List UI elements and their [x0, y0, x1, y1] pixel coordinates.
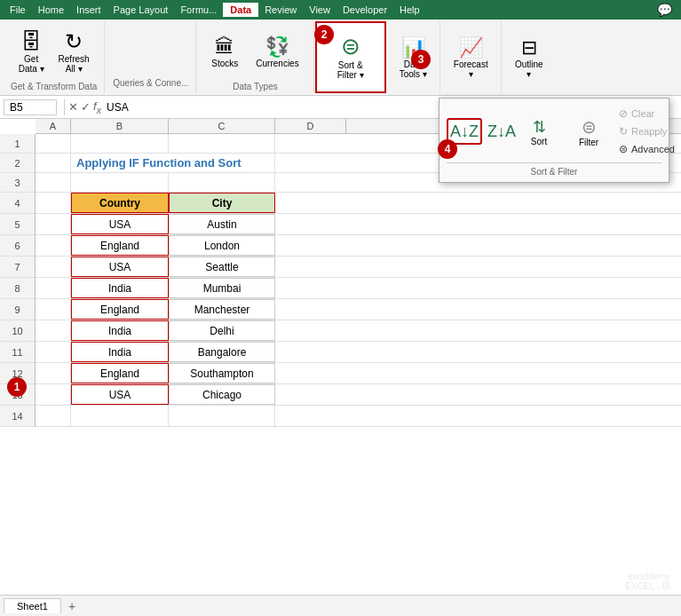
cell-d13[interactable]: [275, 384, 346, 405]
cell-d11[interactable]: [275, 342, 346, 362]
cell-c11[interactable]: Bangalore: [169, 342, 275, 362]
cell-b14[interactable]: [71, 406, 169, 426]
ribbon-group-outline: ⊟ Outline▾: [503, 21, 556, 93]
cell-a2[interactable]: [36, 154, 71, 172]
cell-country-header[interactable]: Country: [71, 193, 169, 213]
sheet-tab-sheet1[interactable]: Sheet1: [4, 598, 61, 613]
cancel-icon[interactable]: ✕: [68, 100, 78, 114]
filter-button[interactable]: ⊜ Filter: [571, 113, 606, 151]
menu-developer[interactable]: Developer: [337, 3, 393, 17]
cell-c13[interactable]: Chicago: [169, 384, 275, 405]
cell-a12[interactable]: [36, 363, 71, 383]
get-data-button[interactable]: 🗄 GetData ▾: [13, 26, 50, 77]
menu-file[interactable]: File: [4, 3, 32, 17]
table-row: USA Chicago: [36, 384, 681, 406]
cell-c3[interactable]: [169, 173, 275, 192]
col-header-d: D: [275, 119, 346, 133]
cell-d9[interactable]: [275, 299, 346, 320]
clear-icon: ⊘: [619, 107, 628, 120]
forecast-button[interactable]: 📈 Forecast▾: [448, 33, 494, 83]
menu-help[interactable]: Help: [393, 3, 426, 17]
cell-c6[interactable]: London: [169, 235, 275, 256]
table-row: [36, 406, 681, 427]
cell-b7[interactable]: USA: [71, 257, 169, 277]
cell-b2[interactable]: Applying IF Function and Sort: [71, 154, 275, 172]
menu-page-layout[interactable]: Page Layout: [107, 3, 175, 17]
sort-za-button[interactable]: Z↓A: [484, 120, 519, 143]
cell-b6[interactable]: England: [71, 235, 169, 256]
cell-d12[interactable]: [275, 363, 346, 383]
sort-az-icon: A↓Z: [450, 123, 479, 139]
cell-b9[interactable]: England: [71, 299, 169, 320]
stocks-button[interactable]: 🏛 Stocks: [204, 32, 245, 72]
row-num-9: 9: [0, 299, 35, 320]
cell-b3[interactable]: [71, 173, 169, 192]
menu-formulas[interactable]: Formu...: [174, 3, 223, 17]
clear-button[interactable]: ⊘ Clear: [614, 106, 680, 122]
forecast-label: Forecast▾: [454, 59, 488, 79]
cell-c14[interactable]: [169, 406, 275, 426]
confirm-icon[interactable]: ✓: [81, 100, 91, 114]
comments-icon[interactable]: 💬: [652, 3, 677, 17]
table-row: USA Seattle: [36, 257, 681, 278]
cell-a14[interactable]: [36, 406, 71, 426]
cell-city-header[interactable]: City: [169, 193, 275, 213]
cell-b5[interactable]: USA: [71, 214, 169, 234]
menu-home[interactable]: Home: [32, 3, 70, 17]
cell-c5[interactable]: Austin: [169, 214, 275, 234]
cell-c8[interactable]: Mumbai: [169, 278, 275, 298]
cell-a7[interactable]: [36, 257, 71, 277]
queries-label: Queries & Conne...: [113, 78, 188, 88]
cell-d5[interactable]: [275, 214, 346, 234]
cell-a10[interactable]: [36, 320, 71, 341]
cell-d1[interactable]: [275, 134, 346, 153]
cell-b10[interactable]: India: [71, 320, 169, 341]
refresh-all-button[interactable]: ↻ RefreshAll ▾: [53, 26, 95, 77]
cell-b8[interactable]: India: [71, 278, 169, 298]
cell-c7[interactable]: Seattle: [169, 257, 275, 277]
sort-filter-popup-label: Sort & Filter: [443, 165, 665, 178]
cell-a4[interactable]: [36, 193, 71, 213]
menu-review[interactable]: Review: [258, 3, 303, 17]
cell-a5[interactable]: [36, 214, 71, 234]
cell-b13[interactable]: USA: [71, 384, 169, 405]
menu-data[interactable]: Data: [223, 3, 258, 17]
cell-c12[interactable]: Southampton: [169, 363, 275, 383]
cell-d3[interactable]: [275, 173, 346, 192]
cell-c10[interactable]: Delhi: [169, 320, 275, 341]
sort-filter-icon: ⊜: [341, 33, 360, 60]
cell-c9[interactable]: Manchester: [169, 299, 275, 320]
cell-a9[interactable]: [36, 299, 71, 320]
outline-button[interactable]: ⊟ Outline▾: [510, 33, 549, 83]
advanced-button[interactable]: ⊜ Advanced: [614, 141, 680, 157]
sort-button[interactable]: ⇅ Sort: [521, 114, 557, 150]
menu-insert[interactable]: Insert: [70, 3, 107, 17]
cell-reference[interactable]: [4, 99, 57, 115]
cell-c1[interactable]: [169, 134, 275, 153]
cell-a11[interactable]: [36, 342, 71, 362]
cell-b11[interactable]: India: [71, 342, 169, 362]
add-sheet-button[interactable]: +: [61, 597, 83, 615]
row-num-8: 8: [0, 278, 35, 299]
cell-d4[interactable]: [275, 193, 346, 213]
cell-b12[interactable]: England: [71, 363, 169, 383]
cell-d2[interactable]: [275, 154, 346, 172]
currencies-button[interactable]: 💱 Currencies: [249, 32, 305, 72]
function-icon[interactable]: fx: [93, 99, 101, 115]
cell-d6[interactable]: [275, 235, 346, 256]
cell-a6[interactable]: [36, 235, 71, 256]
menu-view[interactable]: View: [303, 3, 337, 17]
cell-a1[interactable]: [36, 134, 71, 153]
reapply-button[interactable]: ↻ Reapply: [614, 123, 680, 139]
table-row: India Mumbai: [36, 278, 681, 299]
cell-a3[interactable]: [36, 173, 71, 192]
cell-d10[interactable]: [275, 320, 346, 341]
cell-b1[interactable]: [71, 134, 169, 153]
cell-d8[interactable]: [275, 278, 346, 298]
cell-a8[interactable]: [36, 278, 71, 298]
cell-d14[interactable]: [275, 406, 346, 426]
cell-d7[interactable]: [275, 257, 346, 277]
cell-a13[interactable]: [36, 384, 71, 405]
sort-filter-button[interactable]: ⊜ Sort &Filter ▾: [330, 29, 371, 83]
watermark: exceldemy EXCEL - BI: [625, 572, 670, 591]
